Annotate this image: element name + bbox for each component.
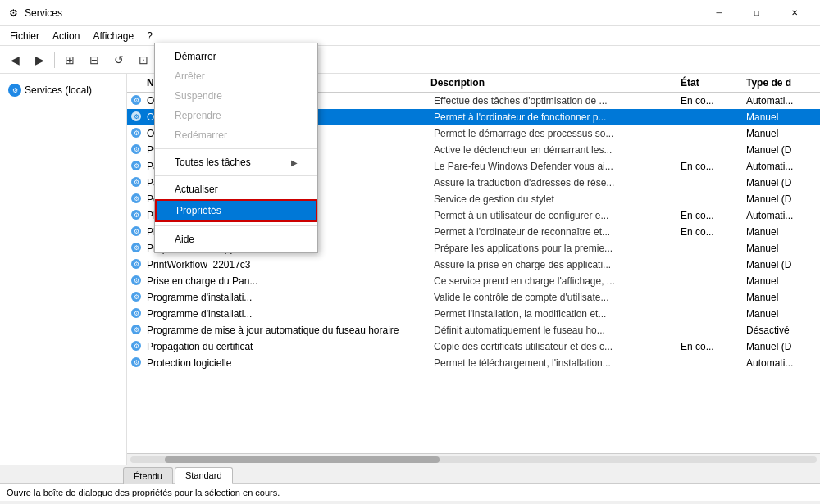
ctx-separator [155, 225, 317, 226]
table-row[interactable]: ⚙ Prise en charge du Pan...Ce service pr… [127, 273, 820, 289]
row-gear-icon: ⚙ [130, 307, 144, 320]
scrollbar-track [130, 456, 817, 463]
row-type: Manuel [746, 243, 820, 254]
row-name: Prise en charge du Pan... [147, 275, 434, 287]
row-description: Ce service prend en charge l'affichage, … [434, 275, 681, 287]
row-description: Valide le contrôle de compte d'utilisate… [434, 292, 681, 303]
ctx-item-label: Aide [175, 234, 194, 245]
ctx-item-actualiser[interactable]: Actualiser [155, 179, 317, 199]
ctx-separator [155, 148, 317, 149]
horizontal-scrollbar[interactable] [127, 453, 820, 465]
svg-text:⚙: ⚙ [134, 162, 139, 170]
ctx-item-aide[interactable]: Aide [155, 229, 317, 249]
back-button[interactable]: ◀ [3, 49, 26, 70]
svg-text:⚙: ⚙ [134, 179, 139, 186]
ctx-item-label: Redémarrer [175, 129, 227, 141]
ctx-item-redemarrer: Redémarrer [155, 125, 317, 145]
row-state: En co... [681, 95, 746, 107]
table-row[interactable]: ⚙ Programme d'installati...Permet l'inst… [127, 306, 820, 322]
row-name: Propagation du certificat [147, 341, 434, 352]
tab-etendu[interactable]: Étendu [123, 467, 173, 484]
row-description: Permet l'installation, la modification e… [434, 308, 681, 320]
row-gear-icon: ⚙ [130, 160, 144, 173]
ctx-item-label: Toutes les tâches [175, 157, 251, 168]
row-type: Manuel (D [746, 177, 820, 188]
row-type: Manuel [746, 308, 820, 320]
svg-text:⚙: ⚙ [134, 343, 139, 350]
row-description: Assure la traduction d'adresses de rése.… [434, 177, 681, 188]
row-gear-icon: ⚙ [130, 275, 144, 288]
menu-bar: Fichier Action Affichage ? [0, 26, 820, 46]
ctx-item-proprietes[interactable]: Propriétés [155, 199, 317, 222]
svg-text:⚙: ⚙ [134, 113, 139, 120]
table-row[interactable]: ⚙ Propagation du certificatCopie des cer… [127, 338, 820, 355]
window-controls: ─ □ ✕ [700, 0, 813, 26]
svg-text:⚙: ⚙ [134, 228, 139, 235]
table-row[interactable]: ⚙ Programme de mise à jour automatique d… [127, 322, 820, 338]
row-type: Manuel (D [746, 193, 820, 205]
row-description: Assure la prise en charge des applicati.… [434, 259, 681, 270]
forward-button[interactable]: ▶ [28, 49, 51, 70]
ctx-item-toutes-les-taches[interactable]: Toutes les tâches▶ [155, 152, 317, 172]
svg-text:⚙: ⚙ [134, 97, 139, 104]
svg-text:⚙: ⚙ [134, 146, 139, 153]
row-type: Manuel [746, 111, 820, 123]
services-local-icon: ⚙ [8, 84, 21, 97]
row-type: Automati... [746, 95, 820, 107]
row-type: Automati... [746, 161, 820, 172]
ctx-separator [155, 175, 317, 176]
menu-action[interactable]: Action [46, 26, 86, 46]
refresh-button[interactable]: ↺ [107, 49, 130, 70]
row-gear-icon: ⚙ [130, 356, 144, 370]
svg-text:⚙: ⚙ [134, 261, 139, 268]
maximize-button[interactable]: □ [738, 0, 776, 26]
table-row[interactable]: ⚙ PrintWorkflow_22017c3Assure la prise e… [127, 257, 820, 273]
row-gear-icon: ⚙ [130, 258, 144, 271]
row-type: Automati... [746, 210, 820, 221]
status-text: Ouvre la boîte de dialogue des propriété… [7, 488, 280, 497]
row-name: Programme d'installati... [147, 308, 434, 320]
tab-standard[interactable]: Standard [175, 467, 233, 484]
show-tree-button[interactable]: ⊞ [58, 49, 81, 70]
header-description: Description [430, 77, 681, 89]
svg-text:⚙: ⚙ [134, 326, 139, 334]
svg-text:⚙: ⚙ [134, 244, 139, 252]
main-layout: ⚙ Services (local) Nom Description État … [0, 74, 820, 465]
row-type: Manuel [746, 292, 820, 303]
ctx-item-label: Reprendre [175, 110, 221, 121]
row-gear-icon: ⚙ [130, 324, 144, 337]
row-state: En co... [681, 210, 746, 221]
context-menu: DémarrerArrêterSuspendreReprendreRedémar… [154, 43, 318, 253]
ctx-item-label: Suspendre [175, 90, 222, 102]
row-name: PrintWorkflow_22017c3 [147, 259, 434, 270]
ctx-item-demarrer[interactable]: Démarrer [155, 47, 317, 66]
row-state: En co... [681, 226, 746, 238]
scrollbar-thumb[interactable] [165, 456, 440, 463]
row-description: Copie des certificats utilisateur et des… [434, 341, 681, 352]
menu-fichier[interactable]: Fichier [3, 26, 46, 46]
row-type: Manuel [746, 275, 820, 287]
menu-affichage[interactable]: Affichage [86, 26, 140, 46]
table-row[interactable]: ⚙ Protection logiciellePermet le télécha… [127, 355, 820, 371]
row-state: En co... [681, 161, 746, 172]
sidebar: ⚙ Services (local) [0, 74, 127, 465]
sidebar-item-services-local[interactable]: ⚙ Services (local) [3, 80, 123, 100]
ctx-item-label: Démarrer [175, 51, 216, 62]
minimize-button[interactable]: ─ [700, 0, 738, 26]
row-type: Désactivé [746, 325, 820, 336]
export-button[interactable]: ⊡ [132, 49, 155, 70]
toolbar-btn-2[interactable]: ⊟ [83, 49, 106, 70]
close-button[interactable]: ✕ [776, 0, 813, 26]
app-icon: ⚙ [7, 7, 20, 20]
row-description: Définit automatiquement le fuseau ho... [434, 325, 681, 336]
toolbar: ◀ ▶ ⊞ ⊟ ↺ ⊡ ? ⊠ ▶ ■ ⏸ ⏭ [0, 46, 820, 74]
row-gear-icon: ⚙ [130, 94, 144, 107]
row-name: Protection logicielle [147, 357, 434, 369]
row-type: Manuel [746, 128, 820, 139]
header-state: État [681, 77, 746, 89]
table-row[interactable]: ⚙ Programme d'installati...Valide le con… [127, 289, 820, 306]
svg-text:⚙: ⚙ [134, 277, 139, 284]
ctx-item-suspendre: Suspendre [155, 86, 317, 106]
row-description: Service de gestion du stylet [434, 193, 681, 205]
row-description: Permet le démarrage des processus so... [434, 128, 681, 139]
